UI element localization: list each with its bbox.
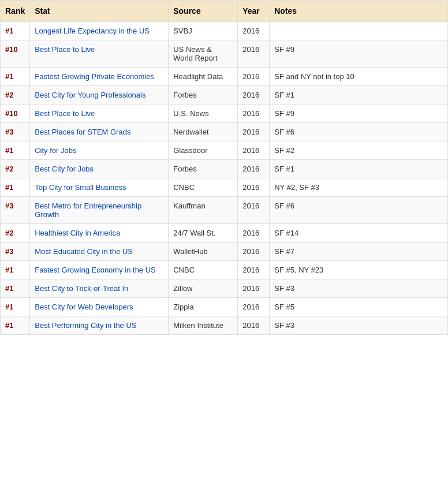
stat-cell: Healthiest City in America: [30, 224, 169, 242]
source-cell: CNBC: [169, 261, 238, 279]
year-cell: 2016: [238, 40, 270, 68]
stat-cell: Best City to Trick-or-Treat In: [30, 279, 169, 298]
table-row: #2Healthiest City in America24/7 Wall St…: [1, 224, 448, 242]
rank-cell: #1: [1, 279, 30, 298]
source-cell: Glassdoor: [169, 141, 238, 160]
notes-cell: SF #6: [270, 123, 448, 141]
table-row: #2Best City for JobsForbes2016SF #1: [1, 160, 448, 178]
source-cell: Kauffman: [169, 197, 238, 224]
stat-cell: Best City for Jobs: [30, 160, 169, 178]
stat-cell: Best Places for STEM Grads: [30, 123, 169, 141]
table-row: #1Best Performing City in the USMilken I…: [1, 316, 448, 335]
year-cell: 2016: [238, 316, 270, 335]
header-year: Year: [238, 1, 270, 22]
notes-cell: SF #5: [270, 298, 448, 316]
source-cell: SVBJ: [169, 22, 238, 40]
notes-cell: SF #3: [270, 279, 448, 298]
rankings-table: Rank Stat Source Year Notes #1Longest Li…: [0, 0, 448, 335]
table-row: #1Longest Life Expectancy in the USSVBJ2…: [1, 22, 448, 40]
year-cell: 2016: [238, 105, 270, 123]
year-cell: 2016: [238, 22, 270, 40]
stat-cell: Fastest Growing Economy in the US: [30, 261, 169, 279]
table-row: #1Fastest Growing Private EconomiesHeadl…: [1, 68, 448, 86]
stat-cell: Best City for Young Professionals: [30, 86, 169, 105]
rank-cell: #2: [1, 86, 30, 105]
notes-cell: NY #2, SF #3: [270, 178, 448, 197]
notes-cell: SF #5, NY #23: [270, 261, 448, 279]
notes-cell: SF #2: [270, 141, 448, 160]
stat-cell: Fastest Growing Private Economies: [30, 68, 169, 86]
year-cell: 2016: [238, 298, 270, 316]
table-row: #3Best Metro for Entrepreneurship Growth…: [1, 197, 448, 224]
year-cell: 2016: [238, 197, 270, 224]
source-cell: Nerdwallet: [169, 123, 238, 141]
stat-cell: Best Performing City in the US: [30, 316, 169, 335]
rank-cell: #1: [1, 316, 30, 335]
year-cell: 2016: [238, 279, 270, 298]
header-stat: Stat: [30, 1, 169, 22]
stat-cell: Best City for Web Developers: [30, 298, 169, 316]
year-cell: 2016: [238, 261, 270, 279]
rank-cell: #1: [1, 68, 30, 86]
year-cell: 2016: [238, 68, 270, 86]
table-row: #3Most Educated City in the USWalletHub2…: [1, 242, 448, 261]
source-cell: Milken Institute: [169, 316, 238, 335]
source-cell: CNBC: [169, 178, 238, 197]
stat-cell: Longest Life Expectancy in the US: [30, 22, 169, 40]
table-header-row: Rank Stat Source Year Notes: [1, 1, 448, 22]
notes-cell: SF #1: [270, 160, 448, 178]
stat-cell: Most Educated City in the US: [30, 242, 169, 261]
table-row: #1Fastest Growing Economy in the USCNBC2…: [1, 261, 448, 279]
notes-cell: SF #7: [270, 242, 448, 261]
rank-cell: #3: [1, 197, 30, 224]
year-cell: 2016: [238, 178, 270, 197]
notes-cell: SF #14: [270, 224, 448, 242]
rank-cell: #1: [1, 261, 30, 279]
source-cell: Headlight Data: [169, 68, 238, 86]
year-cell: 2016: [238, 86, 270, 105]
stat-cell: Best Metro for Entrepreneurship Growth: [30, 197, 169, 224]
source-cell: Forbes: [169, 86, 238, 105]
header-rank: Rank: [1, 1, 30, 22]
notes-cell: [270, 22, 448, 40]
notes-cell: SF #1: [270, 86, 448, 105]
table-row: #10Best Place to LiveUS News & World Rep…: [1, 40, 448, 68]
table-row: #1City for JobsGlassdoor2016SF #2: [1, 141, 448, 160]
table-row: #1Best City to Trick-or-Treat InZillow20…: [1, 279, 448, 298]
source-cell: 24/7 Wall St.: [169, 224, 238, 242]
source-cell: Zillow: [169, 279, 238, 298]
rank-cell: #10: [1, 105, 30, 123]
stat-cell: Top City for Small Business: [30, 178, 169, 197]
table-row: #1Best City for Web DevelopersZippia2016…: [1, 298, 448, 316]
notes-cell: SF and NY not in top 10: [270, 68, 448, 86]
source-cell: US News & World Report: [169, 40, 238, 68]
rank-cell: #1: [1, 22, 30, 40]
table-row: #2Best City for Young ProfessionalsForbe…: [1, 86, 448, 105]
source-cell: Zippia: [169, 298, 238, 316]
rank-cell: #2: [1, 224, 30, 242]
table-row: #10Best Place to LiveU.S. News2016SF #9: [1, 105, 448, 123]
rank-cell: #1: [1, 178, 30, 197]
rank-cell: #10: [1, 40, 30, 68]
notes-cell: SF #9: [270, 40, 448, 68]
notes-cell: SF #3: [270, 316, 448, 335]
rank-cell: #1: [1, 141, 30, 160]
source-cell: Forbes: [169, 160, 238, 178]
source-cell: U.S. News: [169, 105, 238, 123]
header-notes: Notes: [270, 1, 448, 22]
year-cell: 2016: [238, 242, 270, 261]
year-cell: 2016: [238, 141, 270, 160]
source-cell: WalletHub: [169, 242, 238, 261]
stat-cell: Best Place to Live: [30, 105, 169, 123]
year-cell: 2016: [238, 123, 270, 141]
rank-cell: #2: [1, 160, 30, 178]
header-source: Source: [169, 1, 238, 22]
notes-cell: SF #6: [270, 197, 448, 224]
year-cell: 2016: [238, 160, 270, 178]
stat-cell: City for Jobs: [30, 141, 169, 160]
notes-cell: SF #9: [270, 105, 448, 123]
rank-cell: #3: [1, 123, 30, 141]
year-cell: 2016: [238, 224, 270, 242]
rank-cell: #1: [1, 298, 30, 316]
table-row: #3Best Places for STEM GradsNerdwallet20…: [1, 123, 448, 141]
